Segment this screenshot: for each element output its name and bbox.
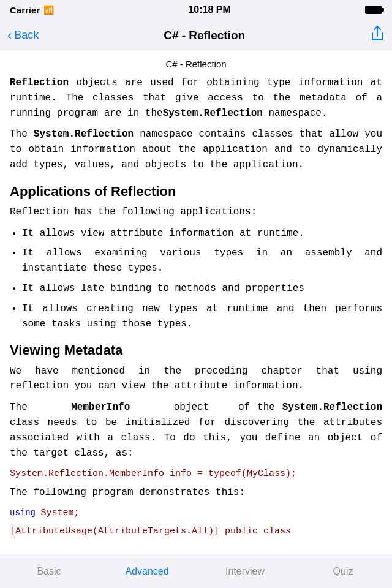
carrier-label: Carrier	[10, 5, 40, 15]
intro-paragraph-1: Reflection objects are used for obtainin…	[10, 75, 382, 121]
section1-title: Applications of Reflection	[10, 181, 382, 202]
code-line-1: System.Reflection.MemberInfo info = type…	[10, 467, 382, 481]
list-item: It allows creating new types at runtime …	[22, 301, 382, 332]
tab-bar: Basic Advanced Interview Quiz	[0, 554, 392, 588]
nav-bar: ‹ Back C# - Reflection	[0, 20, 392, 51]
status-time: 10:18 PM	[188, 4, 230, 15]
tab-basic[interactable]: Basic	[0, 554, 98, 588]
wifi-icon: 📶	[43, 5, 54, 15]
intro-paragraph-2: The System.Reflection namespace contains…	[10, 127, 382, 172]
carrier-info: Carrier 📶	[10, 5, 54, 15]
chevron-left-icon: ‹	[7, 29, 12, 42]
code-line-2: using System;	[10, 506, 382, 520]
system-reflection-bold-3: System.Reflection	[282, 402, 382, 413]
page-subtitle: C# - Reflection	[10, 59, 382, 69]
reflection-bold: Reflection	[10, 77, 69, 88]
list-item: It allows examining various types in an …	[22, 246, 382, 276]
tab-advanced-label: Advanced	[125, 566, 168, 577]
section1-intro: Reflection has the following application…	[10, 205, 382, 220]
section2-para2: The MemberInfo object of the System.Refl…	[10, 400, 382, 461]
section2-title: Viewing Metadata	[10, 340, 382, 361]
tab-quiz[interactable]: Quiz	[294, 554, 392, 588]
code-line-3: [AttributeUsage(AttributeTargets.All)] p…	[10, 524, 382, 538]
section2-para3: The following program demonstrates this:	[10, 485, 382, 500]
back-label: Back	[14, 29, 39, 42]
content-body: Reflection objects are used for obtainin…	[10, 75, 382, 538]
list-item: It allows view attribute information at …	[22, 226, 382, 241]
list-item: It allows late binding to methods and pr…	[22, 281, 382, 296]
battery-icon	[365, 6, 382, 14]
system-namespace: System;	[40, 508, 79, 518]
bullet-list: It allows view attribute information at …	[22, 226, 382, 332]
battery-container	[365, 6, 382, 14]
tab-interview-label: Interview	[225, 566, 265, 577]
code-snippet-1: System.Reflection.MemberInfo info = type…	[10, 469, 296, 479]
content-area: C# - Reflection Reflection objects are u…	[0, 51, 392, 554]
system-reflection-bold-2: System.Reflection	[34, 129, 134, 140]
member-info-bold: MemberInfo	[71, 402, 130, 413]
tab-quiz-label: Quiz	[333, 566, 353, 577]
tab-advanced[interactable]: Advanced	[98, 554, 196, 588]
attribute-usage-snippet: [AttributeUsage(AttributeTargets.All)] p…	[10, 526, 291, 537]
system-reflection-bold-1: System.Reflection	[163, 108, 263, 119]
using-keyword: using	[10, 508, 36, 518]
status-bar: Carrier 📶 10:18 PM	[0, 0, 392, 20]
tab-interview[interactable]: Interview	[196, 554, 294, 588]
share-button[interactable]	[370, 25, 385, 46]
back-button[interactable]: ‹ Back	[7, 29, 39, 42]
nav-title: C# - Reflection	[164, 29, 245, 42]
section2-para1: We have mentioned in the preceding chapt…	[10, 364, 382, 394]
tab-basic-label: Basic	[37, 566, 61, 577]
